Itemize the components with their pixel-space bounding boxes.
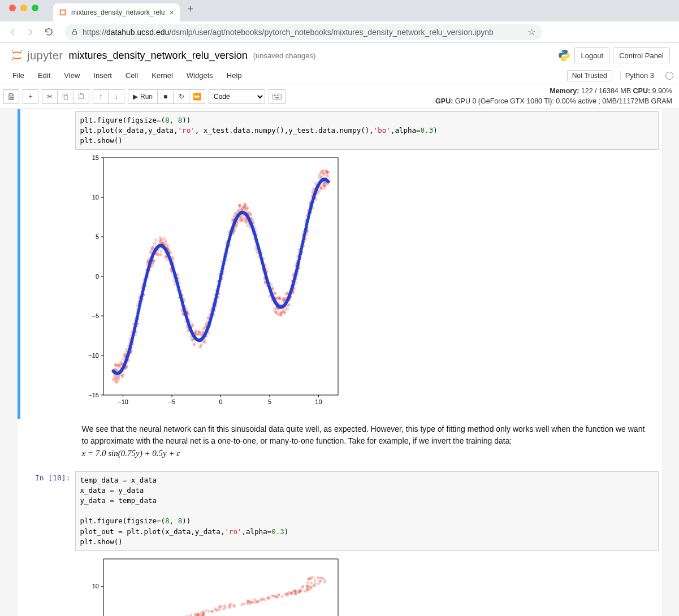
svg-point-1516 bbox=[294, 589, 297, 592]
svg-point-1476 bbox=[312, 584, 315, 587]
svg-point-329 bbox=[322, 169, 325, 172]
forward-button[interactable] bbox=[23, 24, 38, 40]
svg-point-899 bbox=[279, 313, 282, 315]
menu-kernel[interactable]: Kernel bbox=[145, 67, 180, 84]
code-input[interactable]: plt.figure(figsize=(8, 8)) plt.plot(x_da… bbox=[75, 111, 659, 150]
close-tab-icon[interactable]: × bbox=[169, 8, 174, 17]
markdown-cell[interactable]: We see that the neural network can fit t… bbox=[18, 419, 662, 469]
svg-point-767 bbox=[154, 238, 157, 241]
url-field[interactable]: https://datahub.ucsd.edu/dsmlp/user/agt/… bbox=[64, 24, 542, 40]
output-prompt bbox=[21, 150, 75, 417]
menu-insert[interactable]: Insert bbox=[87, 67, 119, 84]
svg-rect-10 bbox=[80, 93, 82, 94]
cut-button[interactable]: ✂ bbox=[42, 89, 58, 104]
svg-point-923 bbox=[240, 219, 243, 222]
svg-point-805 bbox=[323, 185, 326, 188]
svg-point-677 bbox=[123, 354, 126, 357]
menu-view[interactable]: View bbox=[57, 67, 87, 84]
code-cell-selected[interactable]: plt.figure(figsize=(8, 8)) plt.plot(x_da… bbox=[18, 109, 662, 419]
save-status: (unsaved changes) bbox=[253, 51, 316, 60]
run-button[interactable]: ▶Run bbox=[128, 89, 158, 104]
svg-point-1467 bbox=[317, 582, 319, 585]
svg-point-3 bbox=[12, 59, 14, 61]
trust-button[interactable]: Not Trusted bbox=[567, 70, 612, 81]
menu-file[interactable]: File bbox=[6, 67, 31, 84]
svg-text:15: 15 bbox=[92, 154, 98, 161]
save-button[interactable] bbox=[3, 89, 19, 104]
restart-button[interactable]: ↻ bbox=[174, 89, 189, 104]
svg-point-727 bbox=[323, 181, 326, 184]
reload-button[interactable] bbox=[41, 24, 57, 40]
svg-text:10: 10 bbox=[315, 398, 322, 405]
maximize-window-button[interactable] bbox=[32, 5, 38, 11]
svg-point-1497 bbox=[210, 610, 213, 613]
svg-point-843 bbox=[326, 175, 329, 178]
svg-point-1415 bbox=[267, 597, 270, 600]
svg-point-812 bbox=[250, 218, 253, 220]
plus-icon: ＋ bbox=[27, 92, 34, 101]
svg-text:5: 5 bbox=[95, 233, 98, 240]
copy-button[interactable] bbox=[58, 89, 73, 104]
minimize-window-button[interactable] bbox=[20, 5, 27, 11]
svg-point-1490 bbox=[223, 604, 226, 607]
back-button[interactable] bbox=[5, 24, 20, 40]
svg-text:−10: −10 bbox=[118, 398, 128, 405]
svg-rect-12 bbox=[274, 95, 275, 96]
move-up-button[interactable]: ↑ bbox=[93, 89, 109, 104]
svg-point-516 bbox=[114, 375, 116, 378]
copy-icon bbox=[62, 93, 69, 100]
jupyter-logo-icon bbox=[9, 47, 25, 63]
browser-tab-strip: mixtures_density_network_relu × + bbox=[0, 0, 679, 21]
cell-type-select[interactable]: Code bbox=[209, 89, 265, 104]
svg-point-651 bbox=[318, 172, 321, 175]
svg-point-1479 bbox=[297, 591, 300, 593]
svg-point-714 bbox=[282, 299, 284, 302]
paste-icon bbox=[77, 93, 85, 100]
save-icon bbox=[7, 93, 15, 101]
code-cell[interactable]: In [10]: temp_data = x_data x_data = y_d… bbox=[18, 469, 662, 616]
svg-point-550 bbox=[237, 219, 240, 222]
svg-point-6 bbox=[566, 59, 567, 60]
svg-text:5: 5 bbox=[267, 398, 271, 405]
notebook-name[interactable]: mixtures_density_network_relu_version bbox=[69, 50, 248, 62]
svg-point-531 bbox=[192, 343, 195, 346]
menu-help[interactable]: Help bbox=[220, 67, 249, 84]
menu-edit[interactable]: Edit bbox=[31, 67, 57, 84]
arrow-down-icon: ↓ bbox=[115, 93, 118, 101]
jupyter-logo[interactable]: jupyter bbox=[9, 47, 63, 63]
code-input[interactable]: temp_data = x_data x_data = y_data y_dat… bbox=[75, 471, 659, 551]
svg-point-2 bbox=[21, 50, 23, 52]
fast-forward-icon: ⏩ bbox=[193, 93, 201, 101]
kernel-name[interactable]: Python 3 bbox=[620, 71, 659, 80]
url-text: https://datahub.ucsd.edu/dsmlp/user/agt/… bbox=[83, 28, 523, 37]
svg-point-1507 bbox=[305, 587, 308, 589]
svg-point-670 bbox=[274, 293, 276, 296]
close-window-button[interactable] bbox=[9, 5, 16, 11]
paste-button[interactable] bbox=[73, 89, 89, 104]
svg-point-941 bbox=[270, 284, 273, 287]
command-palette-button[interactable] bbox=[269, 89, 286, 104]
svg-point-1499 bbox=[196, 613, 199, 616]
menu-cell[interactable]: Cell bbox=[119, 67, 145, 84]
jupyter-logo-text: jupyter bbox=[27, 49, 63, 62]
bookmark-star-icon[interactable]: ☆ bbox=[527, 27, 535, 37]
move-down-button[interactable]: ↓ bbox=[109, 89, 124, 104]
svg-text:−5: −5 bbox=[92, 313, 99, 319]
menu-widgets[interactable]: Widgets bbox=[180, 67, 220, 84]
svg-point-1492 bbox=[306, 581, 309, 584]
new-tab-button[interactable]: + bbox=[180, 3, 202, 19]
svg-point-1481 bbox=[253, 598, 256, 601]
svg-point-4 bbox=[12, 50, 13, 51]
svg-point-1453 bbox=[321, 577, 324, 580]
browser-tab[interactable]: mixtures_density_network_relu × bbox=[53, 3, 180, 21]
restart-run-all-button[interactable]: ⏩ bbox=[189, 89, 205, 104]
control-panel-button[interactable]: Control Panel bbox=[613, 47, 670, 63]
svg-point-1483 bbox=[312, 576, 314, 579]
add-cell-button[interactable]: ＋ bbox=[23, 89, 38, 104]
window-controls bbox=[5, 5, 43, 17]
logout-button[interactable]: Logout bbox=[574, 47, 609, 63]
svg-point-921 bbox=[244, 205, 247, 207]
interrupt-button[interactable]: ■ bbox=[158, 89, 174, 104]
output-prompt bbox=[21, 551, 75, 616]
svg-text:10: 10 bbox=[92, 194, 98, 201]
